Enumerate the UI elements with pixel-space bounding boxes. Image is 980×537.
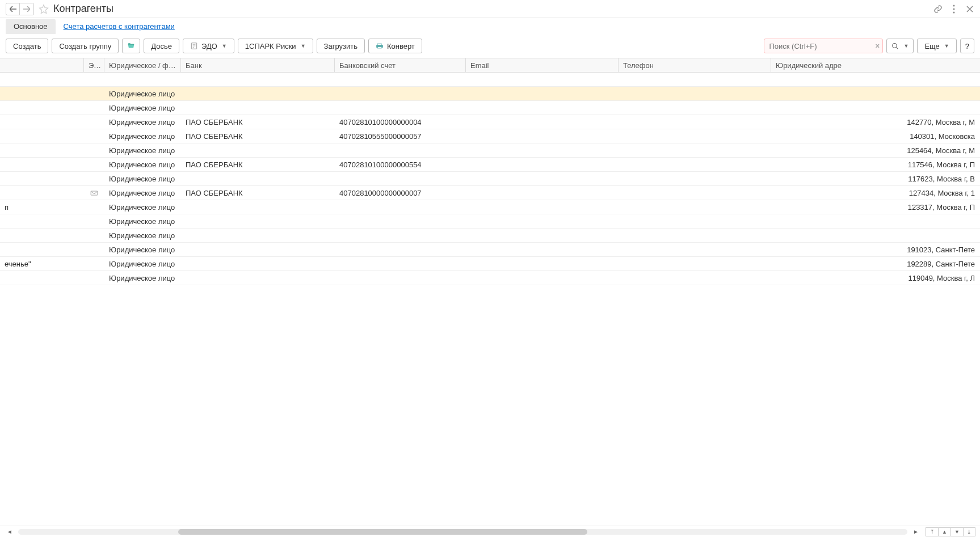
cell-bank bbox=[181, 105, 335, 110]
cell-edo bbox=[84, 148, 104, 153]
cell-account: 40702810555000000057 bbox=[335, 130, 466, 143]
table-row[interactable]: Юридическое лицо117623, Москва г, В bbox=[0, 172, 980, 186]
cell-name: п bbox=[0, 201, 84, 214]
link-icon[interactable] bbox=[933, 5, 943, 14]
table-row[interactable]: Юридическое лицо bbox=[0, 87, 980, 101]
cell-phone bbox=[619, 77, 771, 82]
more-vertical-icon[interactable] bbox=[949, 5, 958, 14]
table-row[interactable]: Юридическое лицоПАО СБЕРБАНК407028101000… bbox=[0, 115, 980, 129]
cell-account: 40702810000000000007 bbox=[335, 187, 466, 200]
envelope-button[interactable]: Конверт bbox=[368, 39, 422, 53]
table-row[interactable]: Юридическое лицоПАО СБЕРБАНК407028101000… bbox=[0, 158, 980, 172]
back-button[interactable] bbox=[6, 3, 20, 15]
cell-name bbox=[0, 105, 84, 110]
col-header-bank[interactable]: Банк bbox=[181, 58, 335, 72]
col-header-legal[interactable]: Юридическое / физич... bbox=[104, 58, 181, 72]
cell-phone bbox=[619, 105, 771, 110]
table-row[interactable]: пЮридическое лицо123317, Москва г, П bbox=[0, 200, 980, 214]
svg-rect-9 bbox=[377, 47, 381, 48]
cell-account bbox=[335, 247, 466, 252]
forward-button[interactable] bbox=[20, 3, 33, 15]
cell-legal: Юридическое лицо bbox=[104, 87, 181, 100]
more-button[interactable]: Еще ▼ bbox=[917, 39, 956, 53]
col-header-phone[interactable]: Телефон bbox=[619, 58, 771, 72]
table-row[interactable]: Юридическое лицо119049, Москва г, Л bbox=[0, 271, 980, 285]
svg-line-11 bbox=[897, 47, 898, 49]
cell-addr: 142770, Москва г, М bbox=[771, 116, 980, 129]
table-row[interactable]: Юридическое лицо bbox=[0, 229, 980, 243]
cell-name bbox=[0, 120, 84, 124]
cell-bank bbox=[181, 148, 335, 153]
cell-email bbox=[466, 134, 619, 138]
cell-bank: ПАО СБЕРБАНК bbox=[181, 116, 335, 129]
cell-account bbox=[335, 219, 466, 223]
chevron-down-icon: ▼ bbox=[944, 43, 949, 49]
dossier-button[interactable]: Досье bbox=[144, 39, 179, 53]
edo-button[interactable]: ЭДО ▼ bbox=[183, 39, 234, 53]
cell-addr: 125464, Москва г, М bbox=[771, 144, 980, 157]
cell-bank: ПАО СБЕРБАНК bbox=[181, 158, 335, 171]
cell-name: еченье" bbox=[0, 257, 84, 270]
tab-main[interactable]: Основное bbox=[6, 19, 56, 34]
upload-button[interactable]: Загрузить bbox=[317, 39, 365, 53]
table-row[interactable]: Юридическое лицо191023, Санкт-Пете bbox=[0, 243, 980, 257]
create-group-button[interactable]: Создать группу bbox=[52, 39, 119, 53]
cell-account bbox=[335, 233, 466, 238]
cell-legal: Юридическое лицо bbox=[104, 187, 181, 200]
cell-legal: Юридическое лицо bbox=[104, 229, 181, 242]
envelope-label: Конверт bbox=[387, 42, 415, 50]
cell-name bbox=[0, 176, 84, 181]
cell-addr: 123317, Москва г, П bbox=[771, 201, 980, 214]
spark-button[interactable]: 1СПАРК Риски ▼ bbox=[238, 39, 313, 53]
table-row[interactable]: Юридическое лицо125464, Москва г, М bbox=[0, 143, 980, 158]
table-row[interactable]: еченье"Юридическое лицо192289, Санкт-Пет… bbox=[0, 257, 980, 271]
cell-account bbox=[335, 276, 466, 280]
cell-account bbox=[335, 261, 466, 266]
cell-email bbox=[466, 247, 619, 252]
cell-addr: 140301, Московска bbox=[771, 130, 980, 143]
cell-legal: Юридическое лицо bbox=[104, 144, 181, 157]
cell-edo bbox=[84, 219, 104, 223]
favorite-icon[interactable] bbox=[39, 4, 49, 14]
cell-account bbox=[335, 91, 466, 96]
search-button[interactable]: ▼ bbox=[886, 39, 914, 53]
table-row[interactable]: Юридическое лицо bbox=[0, 101, 980, 115]
more-label: Еще bbox=[924, 42, 939, 50]
arrow-right-icon bbox=[23, 6, 30, 12]
cell-edo bbox=[84, 120, 104, 124]
help-button[interactable]: ? bbox=[960, 39, 974, 53]
cell-account bbox=[335, 205, 466, 209]
cell-email bbox=[466, 205, 619, 209]
cell-legal: Юридическое лицо bbox=[104, 130, 181, 143]
table-row[interactable]: Юридическое лицо bbox=[0, 214, 980, 229]
table-row[interactable]: Юридическое лицоПАО СБЕРБАНК407028105550… bbox=[0, 129, 980, 143]
cell-addr: 127434, Москва г, 1 bbox=[771, 187, 980, 200]
cell-addr: 117546, Москва г, П bbox=[771, 158, 980, 171]
col-header-email[interactable]: Email bbox=[466, 58, 619, 72]
cell-bank bbox=[181, 77, 335, 82]
col-header-account[interactable]: Банковский счет bbox=[335, 58, 466, 72]
cell-edo bbox=[84, 276, 104, 280]
cell-addr: 192289, Санкт-Пете bbox=[771, 257, 980, 270]
create-button[interactable]: Создать bbox=[6, 39, 48, 53]
col-header-addr[interactable]: Юридический адре bbox=[771, 58, 980, 72]
folder-button[interactable] bbox=[122, 39, 140, 53]
cell-phone bbox=[619, 148, 771, 153]
cell-phone bbox=[619, 219, 771, 223]
tab-accounts[interactable]: Счета расчетов с контрагентами bbox=[56, 19, 183, 34]
col-header-type[interactable] bbox=[0, 58, 84, 72]
cell-legal: Юридическое лицо bbox=[104, 272, 181, 285]
toolbar: Создать Создать группу Досье ЭДО ▼ 1СПАР… bbox=[0, 34, 980, 58]
table-row[interactable]: Юридическое лицоПАО СБЕРБАНК407028100000… bbox=[0, 186, 980, 200]
table-row[interactable] bbox=[0, 73, 980, 87]
clear-icon[interactable]: × bbox=[875, 41, 880, 50]
cell-phone bbox=[619, 176, 771, 181]
cell-account bbox=[335, 105, 466, 110]
close-icon[interactable] bbox=[965, 5, 974, 14]
search-input[interactable] bbox=[764, 39, 883, 53]
cell-legal bbox=[104, 77, 181, 82]
cell-account bbox=[335, 148, 466, 153]
col-header-edo[interactable]: ЭДО bbox=[84, 58, 104, 72]
tabs-bar: Основное Счета расчетов с контрагентами bbox=[0, 18, 980, 34]
cell-account bbox=[335, 176, 466, 181]
